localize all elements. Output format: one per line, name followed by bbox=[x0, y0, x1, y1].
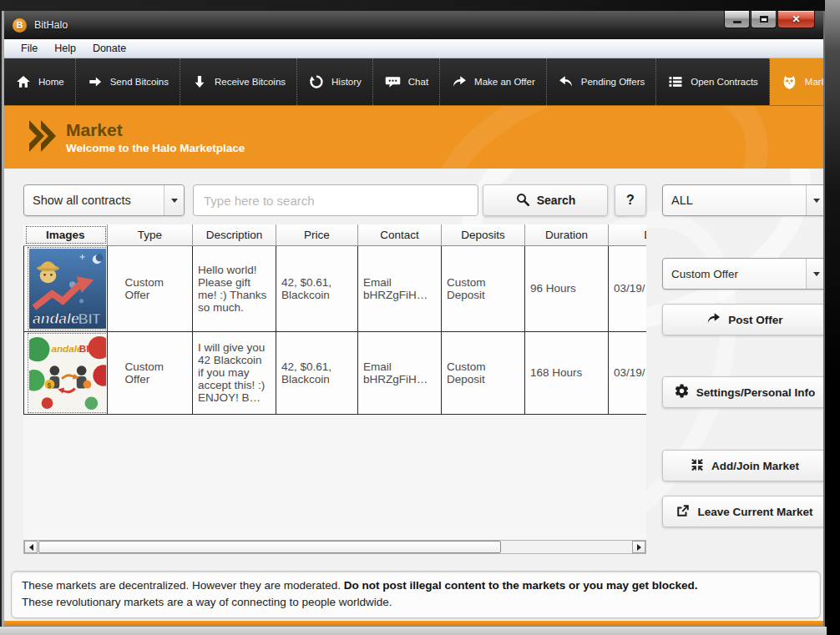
offer-contact-cell: Email bHRZgFiH… bbox=[358, 331, 442, 414]
nav-item-make-an-offer[interactable]: Make an Offer bbox=[440, 58, 547, 105]
nav-item-chat[interactable]: Chat bbox=[373, 58, 440, 105]
receive-arrow-icon bbox=[191, 73, 208, 90]
send-arrow-icon bbox=[87, 73, 104, 90]
disclaimer-warning: Do not post illegal content to the marke… bbox=[344, 579, 698, 592]
page-subtitle: Welcome to the Halo Marketplace bbox=[66, 142, 245, 154]
gear-icon bbox=[674, 383, 690, 401]
offer-description-cell: Hello world! Please gift me! :) Thanks s… bbox=[193, 245, 276, 331]
offers-table-panel: Images Type Description Price Contact De… bbox=[23, 224, 646, 540]
nav-item-market[interactable]: Market bbox=[770, 58, 823, 105]
column-header-price[interactable]: Price bbox=[276, 224, 358, 245]
nav-item-history[interactable]: History bbox=[297, 58, 373, 105]
offer-deposits-cell: Custom Deposit bbox=[442, 331, 525, 414]
column-header-type[interactable]: Type bbox=[108, 224, 193, 245]
column-header-contact[interactable]: Contact bbox=[358, 224, 442, 245]
curved-arrow-right-icon bbox=[451, 73, 468, 90]
maximize-icon bbox=[760, 16, 768, 23]
close-icon: ✕ bbox=[792, 13, 800, 25]
scrollbar-thumb[interactable] bbox=[38, 541, 501, 553]
triangle-left-icon bbox=[29, 544, 33, 551]
column-header-images[interactable]: Images bbox=[24, 224, 108, 245]
nav-item-home[interactable]: Home bbox=[4, 58, 76, 105]
leave-market-button[interactable]: Leave Current Market bbox=[662, 496, 823, 527]
nav-toolbar: Home Send Bitcoins Receive Bitcoins Hist… bbox=[4, 58, 823, 105]
horizontal-scrollbar[interactable] bbox=[23, 540, 646, 554]
column-header-duration[interactable]: Duration bbox=[525, 224, 609, 245]
maximize-button[interactable] bbox=[751, 11, 777, 28]
svg-text:BIT: BIT bbox=[79, 342, 96, 353]
halo-swirl-decoration bbox=[397, 105, 798, 169]
offer-type-select[interactable]: Custom Offer bbox=[662, 258, 823, 290]
bottom-accent-strip bbox=[4, 621, 823, 626]
disclaimer-line1: These markets are decentralized. However… bbox=[22, 579, 344, 592]
bithalo-app-icon: B bbox=[13, 18, 27, 33]
svg-text:$: $ bbox=[48, 380, 52, 389]
offer-price-cell: 42, $0.61, Blackcoin bbox=[276, 245, 358, 331]
window-controls: ✕ bbox=[724, 11, 815, 28]
settings-personal-info-button[interactable]: Settings/Personal Info bbox=[662, 376, 823, 408]
offer-duration-cell: 168 Hours bbox=[525, 331, 609, 414]
search-button[interactable]: Search bbox=[483, 184, 608, 216]
window-title: BitHalo bbox=[34, 19, 68, 31]
window-bottom-frame bbox=[0, 627, 827, 635]
menu-help[interactable]: Help bbox=[46, 41, 84, 56]
search-input[interactable] bbox=[193, 184, 478, 216]
offer-row[interactable]: andale BIT $ bbox=[24, 331, 647, 414]
page-banner: Market Welcome to the Halo Marketplace bbox=[4, 105, 823, 169]
page-title: Market bbox=[66, 120, 245, 140]
chat-bubble-icon bbox=[384, 73, 402, 90]
exit-share-icon bbox=[676, 503, 691, 521]
double-chevron-icon bbox=[28, 118, 59, 157]
column-header-date[interactable]: D bbox=[609, 224, 647, 245]
offer-image-andalebit-blue: andale BIT bbox=[29, 249, 106, 329]
offers-table: Images Type Description Price Contact De… bbox=[23, 224, 646, 415]
menu-bar: File Help Donate bbox=[4, 39, 823, 58]
menu-donate[interactable]: Donate bbox=[84, 41, 134, 56]
scroll-left-button[interactable] bbox=[24, 541, 38, 553]
column-header-description[interactable]: Description bbox=[193, 224, 276, 245]
chevron-down-icon bbox=[164, 185, 184, 215]
markets-disclaimer: These markets are decentralized. However… bbox=[11, 571, 821, 618]
offer-description-cell: I will give you 42 Blackcoin if you may … bbox=[193, 331, 276, 414]
offer-row[interactable]: andale BIT Custom Offer Hello world! Ple… bbox=[24, 245, 647, 331]
title-bar[interactable]: B BitHalo ✕ bbox=[4, 11, 823, 39]
minimize-button[interactable] bbox=[724, 11, 750, 28]
chevron-down-icon bbox=[806, 259, 823, 289]
minimize-icon bbox=[733, 21, 741, 23]
offer-date-cell: 03/19/ bbox=[609, 245, 647, 331]
post-offer-button[interactable]: Post Offer bbox=[662, 304, 823, 335]
nav-item-pending-offers[interactable]: Pending Offers bbox=[547, 58, 657, 105]
offer-image-cell: andale BIT $ bbox=[24, 331, 108, 414]
disclaimer-line2: These revolutionary markets are a way of… bbox=[22, 596, 392, 608]
svg-text:BIT: BIT bbox=[78, 311, 101, 327]
column-header-deposits[interactable]: Deposits bbox=[442, 224, 525, 245]
offer-duration-cell: 96 Hours bbox=[525, 245, 609, 331]
add-join-market-button[interactable]: Add/Join Market bbox=[662, 450, 823, 481]
offer-image-cell: andale BIT bbox=[24, 245, 108, 331]
offer-type-cell: Custom Offer bbox=[108, 331, 193, 414]
banner-text: Market Welcome to the Halo Marketplace bbox=[66, 120, 245, 154]
bithalo-window: B BitHalo ✕ File Help Donate Home Send B… bbox=[2, 11, 825, 627]
category-filter-select[interactable]: ALL bbox=[662, 184, 823, 216]
svg-text:andale: andale bbox=[51, 342, 83, 353]
offer-contact-cell: Email bHRZgFiH… bbox=[358, 245, 442, 331]
nav-item-receive-bitcoins[interactable]: Receive Bitcoins bbox=[180, 58, 297, 105]
offer-price-cell: 42, $0.61, Blackcoin bbox=[276, 331, 358, 414]
svg-text:andale: andale bbox=[33, 310, 79, 327]
menu-file[interactable]: File bbox=[13, 41, 46, 56]
nav-item-open-contracts[interactable]: Open Contracts bbox=[656, 58, 770, 105]
offer-type-cell: Custom Offer bbox=[108, 245, 193, 331]
nav-item-send-bitcoins[interactable]: Send Bitcoins bbox=[76, 58, 180, 105]
offer-deposits-cell: Custom Deposit bbox=[442, 245, 525, 331]
window-right-frame bbox=[825, 0, 840, 635]
offer-image-andalebit-flag: andale BIT $ bbox=[29, 335, 106, 411]
scroll-right-button[interactable] bbox=[632, 541, 645, 553]
curved-arrow-left-icon bbox=[558, 73, 574, 90]
search-icon bbox=[515, 192, 530, 209]
contracts-filter-select[interactable]: Show all contracts bbox=[23, 184, 185, 216]
curved-arrow-right-icon bbox=[706, 310, 721, 329]
collapse-arrows-icon bbox=[690, 457, 705, 475]
close-button[interactable]: ✕ bbox=[777, 11, 815, 28]
help-button[interactable]: ? bbox=[615, 184, 646, 216]
home-icon bbox=[15, 73, 32, 90]
